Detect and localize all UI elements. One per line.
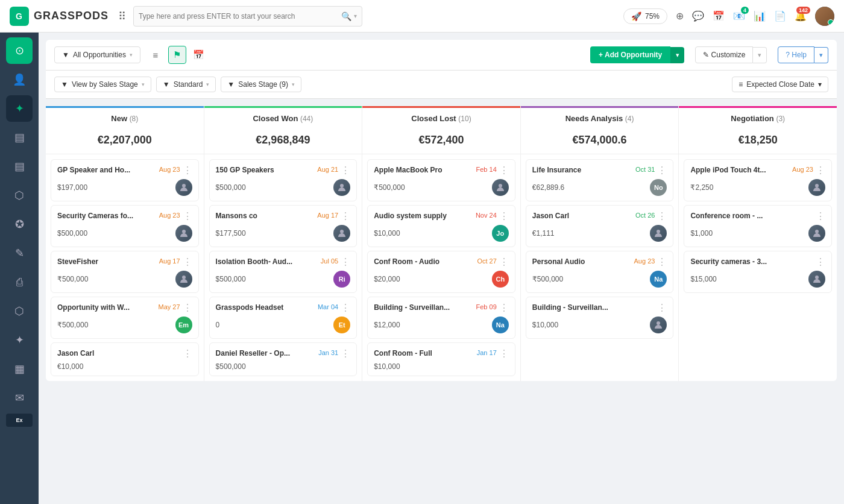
sidebar-item-products[interactable]: ⬡ [6,182,33,209]
col-amount-needs-analysis: €574,000.6 [521,129,679,154]
table-row[interactable]: GP Speaker and Ho... Aug 23 ⋮ $197,000 [51,159,199,201]
card-avatar [175,179,192,196]
table-row[interactable]: Conf Room - Audio Oct 27 ⋮ $20,000 Ch [367,251,515,293]
card-amount: $15,000 [690,275,716,283]
logo[interactable]: G GRASSPODS [10,7,109,26]
card-menu-icon[interactable]: ⋮ [816,257,825,267]
card-menu-icon[interactable]: ⋮ [183,257,192,267]
add-opportunity-button[interactable]: + Add Opportunity [590,46,670,63]
sidebar-item-opportunities[interactable]: ✦ [6,95,33,122]
top-navigation: G GRASSPODS ⠿ 🔍 ▾ 🚀 75% ⊕ 💬 📅 📧4 📊 📄 🔔14… [0,0,844,33]
sidebar-item-integrations[interactable]: ✦ [6,327,33,353]
sales-stage-filter[interactable]: ▼ Sales Stage (9) ▾ [221,77,301,92]
table-row[interactable]: Conf Room - Full Jan 17 ⋮ $10,000 [367,342,515,376]
document-icon[interactable]: 📄 [774,10,786,22]
table-row[interactable]: 150 GP Speakers Aug 21 ⋮ $500,000 [209,159,357,201]
table-row[interactable]: Apple MacBook Pro Feb 14 ⋮ ₹500,000 [367,159,515,201]
sidebar-item-ex[interactable]: Ex [6,414,33,427]
sidebar-item-tools[interactable]: ✎ [6,240,33,266]
card-menu-icon[interactable]: ⋮ [816,166,825,175]
sort-by-date-button[interactable]: ≡ Expected Close Date ▾ [732,77,828,92]
card-date: Aug 21 [317,166,338,173]
table-row[interactable]: SteveFisher Aug 17 ⋮ ₹500,000 [51,251,199,293]
card-date: Jul 05 [321,257,338,265]
customize-dropdown[interactable]: ▾ [753,47,767,63]
notification-icon[interactable]: 🔔142 [795,10,807,22]
card-menu-icon[interactable]: ⋮ [183,166,192,175]
search-bar[interactable]: 🔍 ▾ [133,6,362,27]
card-amount: $10,000 [374,229,400,238]
search-dropdown-icon[interactable]: ▾ [354,13,357,19]
table-row[interactable]: Apple iPod Touch 4t... Aug 23 ⋮ ₹2,250 [684,159,832,201]
help-button[interactable]: ? Help [778,46,814,63]
card-menu-icon[interactable]: ⋮ [183,349,192,359]
table-row[interactable]: Mansons co Aug 17 ⋮ $177,500 [209,205,357,247]
search-input[interactable] [139,12,341,20]
user-avatar[interactable] [815,7,834,26]
sidebar-item-print[interactable]: ⎙ [6,269,33,295]
add-opportunity-dropdown[interactable]: ▾ [670,47,684,63]
card-menu-icon[interactable]: ⋮ [499,349,509,359]
sidebar-item-analytics[interactable]: ▦ [6,356,33,382]
table-row[interactable]: Isolation Booth- Aud... Jul 05 ⋮ $500,00… [209,251,357,293]
table-row[interactable]: Personal Audio Aug 23 ⋮ ₹500,000 Na [526,251,674,293]
chart-icon[interactable]: 📊 [754,10,766,22]
sidebar-item-contacts[interactable]: 👤 [6,66,33,93]
card-menu-icon[interactable]: ⋮ [499,212,509,221]
table-row[interactable]: Security cameras - 3... ⋮ $15,000 [684,251,832,293]
card-menu-icon[interactable]: ⋮ [657,212,667,221]
table-row[interactable]: Building - Surveillan... ⋮ $10,000 [526,297,674,339]
card-menu-icon[interactable]: ⋮ [657,257,667,267]
sidebar-item-dashboard[interactable]: ⊙ [6,37,33,64]
view-sales-stage-filter[interactable]: ▼ View by Sales Stage ▾ [54,77,151,92]
card-menu-icon[interactable]: ⋮ [183,212,192,221]
sidebar-item-marketing[interactable]: ✪ [6,211,33,238]
stage-chevron-icon: ▾ [292,81,295,87]
calendar-view-button[interactable]: 📅 [190,46,208,64]
card-menu-icon[interactable]: ⋮ [183,303,192,313]
sidebar-item-documents[interactable]: ▤ [6,124,33,151]
board-view-button[interactable]: ⚑ [168,46,186,64]
table-row[interactable]: Jason Carl ⋮ €10,000 [51,342,199,376]
all-opportunities-filter[interactable]: ▼ All Opportunities ▾ [54,46,140,63]
add-icon[interactable]: ⊕ [676,10,684,22]
customize-button[interactable]: ✎ Customize [695,46,753,63]
table-row[interactable]: Jason Carl Oct 26 ⋮ €1,111 [526,205,674,247]
chat-icon[interactable]: 💬 [692,10,704,22]
card-menu-icon[interactable]: ⋮ [816,212,825,221]
card-menu-icon[interactable]: ⋮ [499,303,509,313]
sidebar-item-workflows[interactable]: ⬡ [6,298,33,324]
calendar-icon[interactable]: 📅 [713,10,725,22]
sidebar-item-reports[interactable]: ▤ [6,153,33,180]
sidebar-item-email[interactable]: ✉ [6,385,33,411]
table-row[interactable]: Conference room - ... ⋮ $1,000 [684,205,832,247]
card-menu-icon[interactable]: ⋮ [341,166,350,175]
standard-filter[interactable]: ▼ Standard ▾ [156,77,216,92]
card-date: Nov 24 [476,212,497,219]
card-title: Personal Audio [532,257,631,267]
email-icon[interactable]: 📧4 [733,10,745,22]
table-row[interactable]: Security Cameras fo... Aug 23 ⋮ $500,000 [51,205,199,247]
col-header-negotiation: Negotiation (3) [679,106,837,129]
card-menu-icon[interactable]: ⋮ [499,257,509,267]
card-menu-icon[interactable]: ⋮ [341,257,350,267]
card-menu-icon[interactable]: ⋮ [657,303,667,313]
table-row[interactable]: Opportunity with W... May 27 ⋮ ₹500,000 … [51,297,199,339]
card-menu-icon[interactable]: ⋮ [499,166,509,175]
table-row[interactable]: Audio system supply Nov 24 ⋮ $10,000 Jo [367,205,515,247]
grid-icon[interactable]: ⠿ [118,10,126,23]
performance-button[interactable]: 🚀 75% [623,8,667,24]
help-dropdown[interactable]: ▾ [814,47,828,63]
card-avatar: Jo [492,225,509,242]
card-title: Jason Carl [532,212,632,221]
list-view-button[interactable]: ≡ [146,46,165,64]
card-menu-icon[interactable]: ⋮ [657,166,667,175]
card-menu-icon[interactable]: ⋮ [341,212,350,221]
table-row[interactable]: Building - Surveillan... Feb 09 ⋮ $12,00… [367,297,515,339]
card-menu-icon[interactable]: ⋮ [341,303,350,313]
card-menu-icon[interactable]: ⋮ [341,349,350,359]
table-row[interactable]: Life Insurance Oct 31 ⋮ €62,889.6 No [526,159,674,201]
table-row[interactable]: Grasspods Headset Mar 04 ⋮ 0 Et [209,297,357,339]
table-row[interactable]: Daniel Reseller - Op... Jan 31 ⋮ $500,00… [209,342,357,376]
view-toggle: ≡ ⚑ 📅 [146,46,208,64]
